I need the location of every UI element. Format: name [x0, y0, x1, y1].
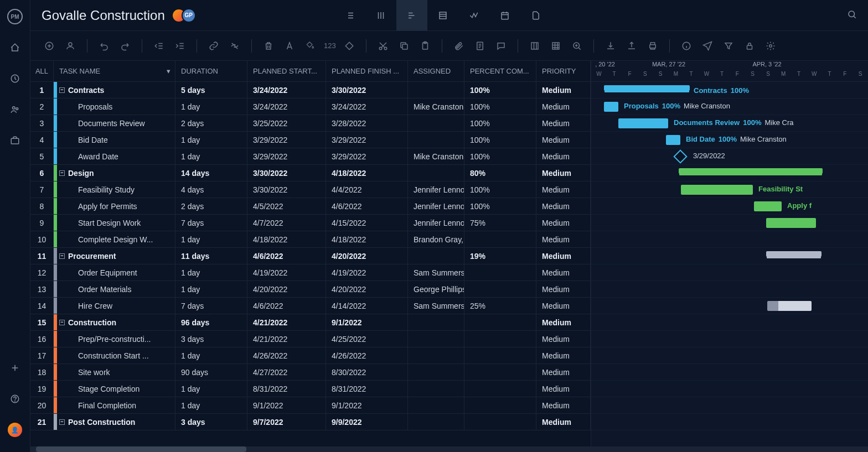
- task-name-cell[interactable]: Order Equipment: [54, 264, 175, 280]
- gantt-bar[interactable]: [766, 252, 822, 257]
- gantt-bar[interactable]: [766, 218, 816, 228]
- collapse-icon[interactable]: −: [59, 170, 65, 176]
- percent-cell[interactable]: [464, 381, 536, 397]
- gantt-row[interactable]: [591, 231, 868, 248]
- sheet-view-icon[interactable]: [427, 0, 458, 31]
- gantt-row[interactable]: [591, 397, 868, 414]
- priority-cell[interactable]: Medium: [536, 215, 591, 231]
- start-cell[interactable]: 4/6/2022: [247, 298, 326, 314]
- task-name-cell[interactable]: Final Completion: [54, 397, 175, 413]
- print-icon[interactable]: [645, 38, 660, 54]
- start-cell[interactable]: 8/31/2022: [247, 381, 326, 397]
- duration-cell[interactable]: 2 days: [175, 198, 247, 214]
- priority-cell[interactable]: Medium: [536, 364, 591, 380]
- horizontal-scrollbar[interactable]: [30, 446, 868, 452]
- col-task-name[interactable]: TASK NAME▾: [54, 61, 175, 81]
- start-cell[interactable]: 3/30/2022: [247, 181, 326, 198]
- duration-cell[interactable]: 90 days: [175, 364, 247, 380]
- copy-icon[interactable]: [396, 38, 412, 54]
- percent-cell[interactable]: [464, 347, 536, 363]
- start-cell[interactable]: 4/5/2022: [247, 198, 326, 214]
- duration-cell[interactable]: 11 days: [175, 248, 247, 264]
- start-cell[interactable]: 9/7/2022: [247, 414, 326, 430]
- assigned-cell[interactable]: Sam Summers: [408, 264, 464, 280]
- portfolio-icon[interactable]: [6, 132, 24, 149]
- delete-icon[interactable]: [261, 38, 276, 54]
- finish-cell[interactable]: 8/30/2022: [326, 364, 408, 380]
- gantt-row[interactable]: [591, 364, 868, 381]
- gantt-view-icon[interactable]: [396, 0, 427, 31]
- finish-cell[interactable]: 4/25/2022: [326, 331, 408, 347]
- gantt-bar[interactable]: Apply f: [754, 201, 782, 211]
- duration-cell[interactable]: 1 day: [175, 347, 247, 363]
- task-name-cell[interactable]: −Contracts: [54, 82, 175, 98]
- task-name-cell[interactable]: Start Design Work: [54, 215, 175, 231]
- milestone-icon[interactable]: [673, 149, 687, 163]
- finish-cell[interactable]: 4/20/2022: [326, 281, 408, 297]
- table-row[interactable]: 17Construction Start ...1 day4/26/20224/…: [30, 347, 591, 364]
- table-row[interactable]: 15−Construction96 days4/21/20229/1/2022M…: [30, 314, 591, 331]
- priority-cell[interactable]: Medium: [536, 248, 591, 264]
- duration-cell[interactable]: 96 days: [175, 314, 247, 330]
- gantt-chart[interactable]: , 20 '22MAR, 27 '22APR, 3 '22 WTFSSMTWTF…: [591, 61, 868, 452]
- user-avatar[interactable]: 👤: [6, 421, 24, 439]
- col-percent[interactable]: PERCENT COM...: [464, 61, 536, 81]
- percent-cell[interactable]: 100%: [464, 198, 536, 214]
- percent-cell[interactable]: 100%: [464, 98, 536, 115]
- gantt-row[interactable]: [591, 314, 868, 331]
- col-planned-finish[interactable]: PLANNED FINISH ...: [326, 61, 408, 81]
- duration-cell[interactable]: 1 day: [175, 98, 247, 115]
- priority-cell[interactable]: Medium: [536, 148, 591, 164]
- task-name-cell[interactable]: Bid Date: [54, 132, 175, 148]
- task-name-cell[interactable]: −Design: [54, 165, 175, 181]
- gantt-row[interactable]: 3/29/2022: [591, 148, 868, 165]
- gantt-row[interactable]: [591, 381, 868, 397]
- home-icon[interactable]: [6, 39, 24, 56]
- gantt-row[interactable]: Feasibility St: [591, 181, 868, 198]
- table-row[interactable]: 14Hire Crew7 days4/6/20224/14/2022Sam Su…: [30, 298, 591, 314]
- finish-cell[interactable]: 4/18/2022: [326, 165, 408, 181]
- columns-icon[interactable]: [527, 38, 542, 54]
- finish-cell[interactable]: 4/15/2022: [326, 215, 408, 231]
- finish-cell[interactable]: 4/19/2022: [326, 264, 408, 280]
- priority-cell[interactable]: Medium: [536, 281, 591, 297]
- table-row[interactable]: 21−Post Construction3 days9/7/20229/9/20…: [30, 414, 591, 430]
- task-name-cell[interactable]: Site work: [54, 364, 175, 380]
- duration-cell[interactable]: 7 days: [175, 298, 247, 314]
- duration-cell[interactable]: 1 day: [175, 148, 247, 164]
- task-name-cell[interactable]: Order Materials: [54, 281, 175, 297]
- assigned-cell[interactable]: Mike Cranston: [408, 98, 464, 115]
- gantt-row[interactable]: [591, 331, 868, 347]
- finish-cell[interactable]: 9/1/2022: [326, 314, 408, 330]
- gantt-bar[interactable]: [767, 301, 812, 311]
- gantt-bar[interactable]: [679, 169, 823, 174]
- filter-icon[interactable]: [721, 38, 736, 54]
- task-name-cell[interactable]: Complete Design W...: [54, 231, 175, 247]
- fill-icon[interactable]: [303, 38, 318, 54]
- assigned-cell[interactable]: George Phillips: [408, 281, 464, 297]
- help-icon[interactable]: [6, 390, 24, 408]
- start-cell[interactable]: 3/30/2022: [247, 165, 326, 181]
- finish-cell[interactable]: 3/28/2022: [326, 115, 408, 131]
- start-cell[interactable]: 4/21/2022: [247, 331, 326, 347]
- percent-cell[interactable]: 100%: [464, 82, 536, 98]
- duration-cell[interactable]: 5 days: [175, 82, 247, 98]
- priority-cell[interactable]: Medium: [536, 82, 591, 98]
- assigned-cell[interactable]: [408, 115, 464, 131]
- table-row[interactable]: 2Proposals1 day3/24/20223/24/2022Mike Cr…: [30, 98, 591, 115]
- finish-cell[interactable]: 9/1/2022: [326, 397, 408, 413]
- gantt-row[interactable]: [591, 264, 868, 281]
- finish-cell[interactable]: 4/4/2022: [326, 181, 408, 198]
- priority-cell[interactable]: Medium: [536, 298, 591, 314]
- percent-cell[interactable]: 100%: [464, 148, 536, 164]
- start-cell[interactable]: 3/24/2022: [247, 98, 326, 115]
- duration-cell[interactable]: 3 days: [175, 414, 247, 430]
- gantt-row[interactable]: [591, 215, 868, 231]
- finish-cell[interactable]: 4/18/2022: [326, 231, 408, 247]
- cut-icon[interactable]: [375, 38, 391, 54]
- table-row[interactable]: 3Documents Review2 days3/25/20223/28/202…: [30, 115, 591, 132]
- finish-cell[interactable]: 4/14/2022: [326, 298, 408, 314]
- task-name-cell[interactable]: Documents Review: [54, 115, 175, 131]
- col-all[interactable]: ALL: [30, 61, 54, 81]
- redo-icon[interactable]: [117, 38, 133, 54]
